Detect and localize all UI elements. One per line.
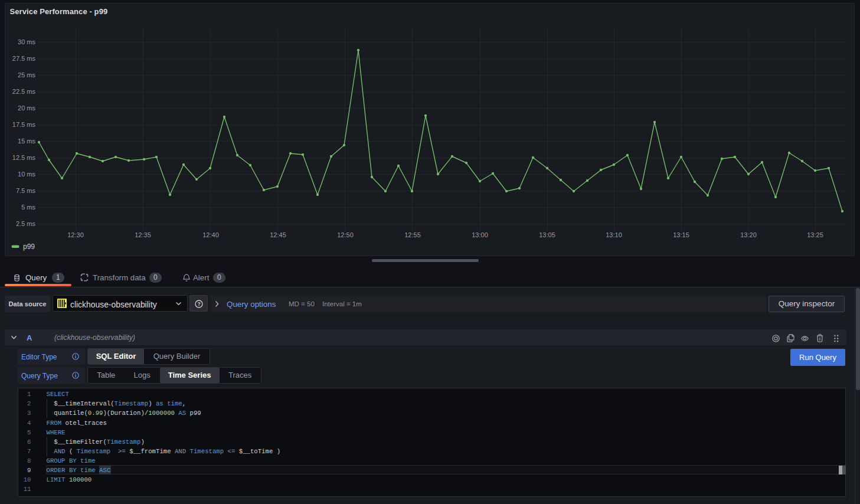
svg-text:17.5 ms: 17.5 ms: [12, 121, 36, 128]
svg-text:25 ms: 25 ms: [18, 71, 35, 78]
svg-text:10 ms: 10 ms: [18, 171, 35, 178]
svg-text:7.5 ms: 7.5 ms: [16, 187, 36, 194]
svg-text:12:30: 12:30: [67, 231, 84, 238]
svg-text:13:10: 13:10: [606, 231, 622, 238]
svg-text:13:05: 13:05: [539, 231, 555, 238]
svg-text:p99: p99: [23, 243, 35, 251]
svg-text:12.5 ms: 12.5 ms: [12, 154, 36, 161]
svg-text:?: ?: [197, 301, 200, 307]
svg-text:12:55: 12:55: [404, 231, 421, 238]
svg-text:27.5 ms: 27.5 ms: [12, 55, 36, 62]
svg-text:13:20: 13:20: [740, 231, 757, 238]
svg-text:2.5 ms: 2.5 ms: [16, 220, 36, 227]
svg-text:13:25: 13:25: [807, 231, 823, 238]
svg-text:12:40: 12:40: [202, 231, 219, 238]
svg-text:12:50: 12:50: [337, 231, 354, 238]
svg-text:5 ms: 5 ms: [21, 204, 35, 211]
svg-text:22.5 ms: 22.5 ms: [12, 88, 36, 95]
svg-text:13:15: 13:15: [673, 231, 689, 238]
svg-text:12:45: 12:45: [270, 231, 286, 238]
svg-text:12:35: 12:35: [135, 231, 151, 238]
svg-text:20 ms: 20 ms: [18, 104, 35, 112]
svg-text:15 ms: 15 ms: [18, 138, 35, 145]
svg-text:13:00: 13:00: [472, 231, 488, 238]
svg-text:30 ms: 30 ms: [18, 38, 35, 45]
